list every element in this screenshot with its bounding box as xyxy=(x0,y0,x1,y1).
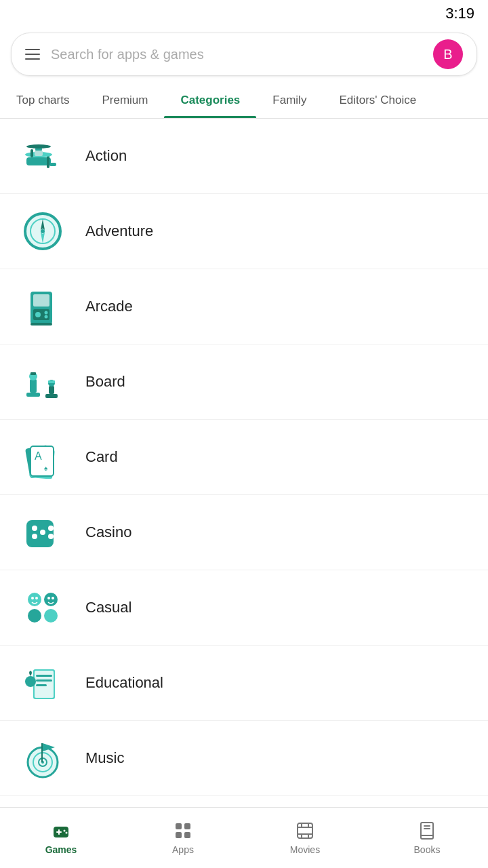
apps-nav-icon xyxy=(173,821,193,841)
svg-point-17 xyxy=(45,311,48,315)
tabs-bar: Top charts Premium Categories Family Edi… xyxy=(0,83,488,119)
svg-point-39 xyxy=(28,593,41,606)
tab-editors-choice[interactable]: Editors' Choice xyxy=(323,83,432,118)
music-icon xyxy=(19,734,66,782)
svg-rect-71 xyxy=(301,823,302,827)
svg-text:♠: ♠ xyxy=(44,465,48,472)
list-item[interactable]: Casual xyxy=(0,570,488,646)
games-nav-icon xyxy=(51,821,71,841)
tab-premium[interactable]: Premium xyxy=(85,83,164,118)
games-nav-label: Games xyxy=(45,844,77,855)
adventure-icon xyxy=(19,208,66,255)
list-item[interactable]: Music xyxy=(0,721,488,796)
arcade-icon xyxy=(19,283,66,330)
tab-top-charts[interactable]: Top charts xyxy=(0,83,85,118)
action-label: Action xyxy=(85,147,127,165)
casual-label: Casual xyxy=(85,599,131,616)
avatar[interactable]: B xyxy=(433,39,463,69)
board-icon xyxy=(19,358,66,406)
svg-rect-68 xyxy=(298,823,312,838)
svg-point-45 xyxy=(47,597,50,599)
status-bar: 3:19 xyxy=(0,0,488,27)
svg-rect-74 xyxy=(308,835,309,838)
svg-point-63 xyxy=(66,832,68,834)
svg-rect-65 xyxy=(184,823,190,829)
nav-item-movies[interactable]: Movies xyxy=(244,815,366,861)
svg-rect-64 xyxy=(176,823,182,829)
movies-nav-icon xyxy=(295,821,315,841)
svg-rect-61 xyxy=(56,831,62,833)
casino-label: Casino xyxy=(85,524,131,541)
list-item[interactable]: Educational xyxy=(0,646,488,721)
apps-nav-label: Apps xyxy=(172,844,194,855)
tab-family[interactable]: Family xyxy=(256,83,323,118)
svg-rect-70 xyxy=(298,833,312,835)
search-input[interactable]: Search for apps & games xyxy=(51,47,422,62)
svg-point-16 xyxy=(35,312,41,317)
list-item[interactable]: A ♠ Card xyxy=(0,420,488,495)
svg-rect-72 xyxy=(308,823,309,827)
svg-point-40 xyxy=(44,593,58,606)
svg-rect-2 xyxy=(49,163,56,166)
svg-rect-25 xyxy=(49,386,54,394)
list-item[interactable]: Casino xyxy=(0,495,488,570)
music-label: Music xyxy=(85,749,124,767)
board-label: Board xyxy=(85,373,125,391)
status-bar-time: 3:19 xyxy=(445,5,474,22)
svg-rect-69 xyxy=(298,827,312,828)
svg-rect-49 xyxy=(36,675,52,677)
movies-nav-label: Movies xyxy=(290,844,320,855)
list-item[interactable]: Board xyxy=(0,344,488,420)
search-bar[interactable]: Search for apps & games B xyxy=(11,33,477,76)
svg-rect-77 xyxy=(424,825,430,827)
arcade-label: Arcade xyxy=(85,298,133,315)
svg-rect-67 xyxy=(184,832,190,838)
svg-rect-20 xyxy=(26,393,40,397)
svg-rect-66 xyxy=(176,832,182,838)
casino-icon xyxy=(19,509,66,556)
svg-point-36 xyxy=(48,534,54,539)
svg-point-37 xyxy=(32,534,37,539)
svg-rect-4 xyxy=(30,149,33,157)
list-item[interactable]: Action xyxy=(0,119,488,194)
svg-rect-50 xyxy=(36,679,52,682)
educational-label: Educational xyxy=(85,674,163,692)
svg-rect-78 xyxy=(424,828,430,829)
svg-point-35 xyxy=(40,530,45,535)
svg-point-62 xyxy=(64,830,66,832)
list-item[interactable]: Arcade xyxy=(0,269,488,344)
bottom-nav: Games Apps Movies Books xyxy=(0,807,488,868)
svg-rect-33 xyxy=(26,520,54,547)
svg-rect-14 xyxy=(33,294,49,307)
svg-point-46 xyxy=(52,597,54,599)
svg-point-52 xyxy=(25,676,36,687)
svg-rect-76 xyxy=(421,835,433,836)
nav-item-books[interactable]: Books xyxy=(366,815,488,861)
list-item[interactable]: Adventure xyxy=(0,194,488,269)
books-nav-label: Books xyxy=(414,844,441,855)
svg-rect-27 xyxy=(48,380,55,383)
svg-point-41 xyxy=(28,609,41,623)
tab-categories[interactable]: Categories xyxy=(164,83,256,118)
svg-point-43 xyxy=(31,597,34,599)
hamburger-icon[interactable] xyxy=(25,49,40,60)
svg-rect-24 xyxy=(45,394,58,398)
svg-rect-57 xyxy=(41,743,43,762)
nav-item-apps[interactable]: Apps xyxy=(122,815,244,861)
svg-rect-73 xyxy=(301,835,302,838)
nav-item-games[interactable]: Games xyxy=(0,815,122,861)
svg-rect-75 xyxy=(421,823,433,839)
svg-point-7 xyxy=(26,144,51,149)
svg-rect-6 xyxy=(35,151,43,156)
svg-rect-23 xyxy=(30,372,36,375)
casual-icon xyxy=(19,584,66,631)
svg-text:A: A xyxy=(35,450,42,462)
action-icon xyxy=(19,132,66,180)
svg-rect-19 xyxy=(30,323,52,326)
svg-point-44 xyxy=(35,597,38,599)
svg-rect-21 xyxy=(30,379,37,393)
category-list: Action Adventure xyxy=(0,119,488,864)
card-label: Card xyxy=(85,448,118,466)
svg-point-18 xyxy=(45,315,48,319)
svg-point-42 xyxy=(44,609,58,623)
